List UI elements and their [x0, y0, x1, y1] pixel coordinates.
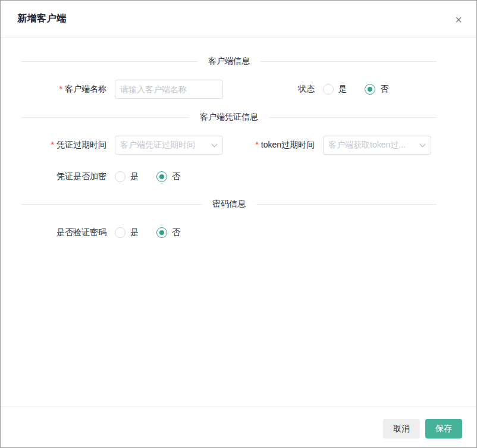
- client-name-control: [115, 80, 223, 99]
- section-divider-client-info: 客户端信息: [21, 55, 437, 67]
- verify-password-label: 是否验证密码: [21, 227, 106, 238]
- add-client-modal: 新增客户端 × 客户端信息 *客户端名称 状态 是: [0, 0, 477, 448]
- radio-dot: [159, 174, 164, 179]
- radio-unchecked-icon: [115, 227, 125, 238]
- required-asterisk: *: [255, 140, 258, 149]
- radio-yes-label: 是: [130, 227, 139, 238]
- save-button[interactable]: 保存: [425, 419, 462, 438]
- credential-expiry-label: *凭证过期时间: [21, 140, 106, 151]
- field-verify-password: 是否验证密码 是 否: [21, 227, 230, 238]
- divider-line: [21, 204, 202, 205]
- verify-password-radio-no[interactable]: 否: [156, 227, 180, 238]
- credential-encrypted-radio-no[interactable]: 否: [156, 171, 180, 182]
- status-label-text: 状态: [298, 84, 315, 93]
- client-name-input[interactable]: [115, 80, 223, 99]
- client-name-label: *客户端名称: [21, 84, 106, 95]
- status-radio-no[interactable]: 否: [365, 84, 388, 95]
- modal-header: 新增客户端: [1, 1, 476, 37]
- token-expiry-control: 客户端获取token过...: [323, 136, 431, 155]
- cancel-button[interactable]: 取消: [383, 419, 420, 438]
- form-row-client-name-status: *客户端名称 状态 是 否: [1, 80, 476, 99]
- required-asterisk: *: [59, 84, 62, 93]
- verify-password-radio-group: 是 否: [115, 227, 180, 238]
- radio-dot: [368, 87, 372, 92]
- status-label: 状态: [230, 84, 315, 95]
- credential-expiry-select[interactable]: 客户端凭证过期时间: [115, 136, 223, 155]
- radio-no-label: 否: [380, 84, 388, 95]
- section-divider-credential-info: 客户端凭证信息: [21, 111, 437, 123]
- credential-encrypted-radio-group: 是 否: [115, 171, 180, 182]
- status-radio-group: 是 否: [323, 84, 388, 95]
- field-status: 状态 是 否: [230, 84, 438, 95]
- section-title: 密码信息: [202, 199, 256, 209]
- section-divider-password-info: 密码信息: [21, 198, 437, 210]
- credential-encrypted-label: 凭证是否加密: [21, 171, 106, 182]
- credential-encrypted-control: 是 否: [115, 171, 180, 182]
- select-placeholder: 客户端凭证过期时间: [120, 140, 195, 151]
- status-control: 是 否: [323, 84, 388, 95]
- divider-line: [269, 117, 437, 118]
- radio-dot: [159, 230, 164, 235]
- divider-line: [256, 204, 437, 205]
- form-row-credential-encrypted: 凭证是否加密 是 否: [1, 167, 476, 186]
- radio-checked-icon: [156, 171, 167, 182]
- form-row-verify-password: 是否验证密码 是 否: [1, 223, 476, 242]
- radio-no-label: 否: [172, 227, 180, 238]
- field-credential-encrypted: 凭证是否加密 是 否: [21, 171, 230, 182]
- radio-unchecked-icon: [323, 84, 334, 95]
- client-name-label-text: 客户端名称: [65, 84, 106, 93]
- divider-line: [261, 61, 437, 62]
- chevron-down-icon: [420, 141, 426, 147]
- chevron-down-icon: [212, 141, 218, 147]
- verify-password-radio-yes[interactable]: 是: [115, 227, 139, 238]
- section-title: 客户端信息: [197, 56, 261, 67]
- radio-yes-label: 是: [338, 84, 347, 95]
- credential-encrypted-radio-yes[interactable]: 是: [115, 171, 139, 182]
- select-placeholder: 客户端获取token过...: [328, 140, 406, 151]
- radio-yes-label: 是: [130, 171, 139, 182]
- required-asterisk: *: [51, 140, 54, 149]
- section-title: 客户端凭证信息: [189, 112, 269, 123]
- modal-footer: 取消 保存: [1, 406, 476, 447]
- form-row-expiry: *凭证过期时间 客户端凭证过期时间 *token过期时间 客户端获取token过…: [1, 136, 476, 155]
- credential-encrypted-label-text: 凭证是否加密: [57, 171, 106, 181]
- divider-line: [21, 61, 197, 62]
- verify-password-control: 是 否: [115, 227, 180, 238]
- divider-line: [21, 117, 189, 118]
- credential-expiry-control: 客户端凭证过期时间: [115, 136, 223, 155]
- token-expiry-label-text: token过期时间: [261, 140, 315, 149]
- close-icon[interactable]: ×: [455, 14, 462, 26]
- token-expiry-label: *token过期时间: [230, 140, 315, 151]
- status-radio-yes[interactable]: 是: [323, 84, 347, 95]
- verify-password-label-text: 是否验证密码: [57, 227, 106, 237]
- field-token-expiry: *token过期时间 客户端获取token过...: [230, 136, 438, 155]
- radio-no-label: 否: [172, 171, 180, 182]
- credential-expiry-label-text: 凭证过期时间: [57, 140, 106, 149]
- modal-title: 新增客户端: [17, 12, 67, 25]
- radio-checked-icon: [365, 84, 375, 95]
- radio-unchecked-icon: [115, 171, 125, 182]
- token-expiry-select[interactable]: 客户端获取token过...: [323, 136, 431, 155]
- radio-checked-icon: [156, 227, 167, 238]
- field-client-name: *客户端名称: [21, 80, 230, 99]
- field-credential-expiry: *凭证过期时间 客户端凭证过期时间: [21, 136, 230, 155]
